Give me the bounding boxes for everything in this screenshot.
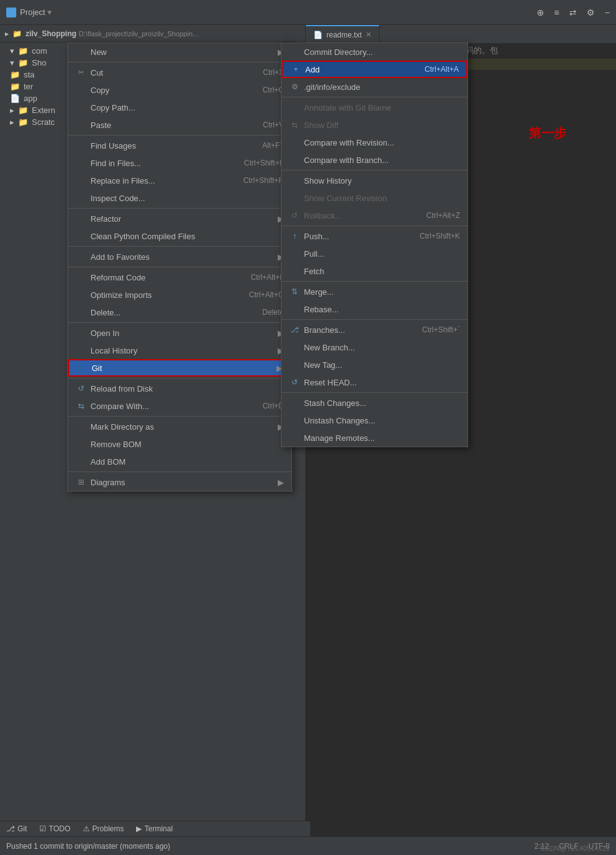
menu-delete-label: Delete... [90,308,262,317]
menu-replace-label: Replace in Files... [90,176,243,185]
title-dropdown[interactable]: ▾ [47,7,52,17]
todo-tab-icon: ☑ [39,824,46,833]
context-menu: New ▶ ✂ Cut Ctrl+X Copy Ctrl+C Copy Path… [67,42,292,492]
menu-remove-bom[interactable]: Remove BOM [68,435,291,453]
git-rebase[interactable]: Rebase... [281,300,467,318]
nav-icon-1[interactable]: ⊕ [537,7,544,17]
menu-favorites-label: Add to Favorites [90,252,274,262]
menu-mark-dir[interactable]: Mark Directory as ▶ [68,418,291,435]
git-annotate-label: Annotate with Git Blame [304,103,460,112]
git-sep-5 [281,319,467,320]
git-show-history[interactable]: Show History [281,172,467,189]
menu-find-in-files[interactable]: Find in Files... Ctrl+Shift+F [68,154,291,172]
menu-delete[interactable]: Delete... Delete [68,304,291,321]
git-sep-3 [281,225,467,226]
tab-icon: 📄 [313,31,323,39]
git-pull-label: Pull... [304,249,460,259]
git-branches[interactable]: ⎇ Branches... Ctrl+Shift+` [281,321,467,339]
git-compare-branch-label: Compare with Branch... [304,156,460,165]
menu-add-favorites[interactable]: Add to Favorites ▶ [68,248,291,265]
sep-3 [68,208,291,209]
nav-icon-2[interactable]: ≡ [554,7,559,17]
git-show-current-rev: Show Current Revision [281,189,467,207]
menu-refactor[interactable]: Refactor ▶ [68,210,291,227]
git-add[interactable]: + Add Ctrl+Alt+A [281,61,467,78]
git-pull[interactable]: Pull... [281,245,467,262]
menu-replace-in-files[interactable]: Replace in Files... Ctrl+Shift+R [68,172,291,189]
bottom-toolbar: ⎇ Git ☑ TODO ⚠ Problems ▶ Terminal [0,821,310,836]
git-sep-2 [281,170,467,171]
git-exclude[interactable]: ⚙ .git/info/exclude [281,78,467,96]
menu-local-history[interactable]: Local History ▶ [68,342,291,359]
git-stash[interactable]: Stash Changes... [281,394,467,412]
git-compare-branch[interactable]: Compare with Branch... [281,151,467,169]
sep-1 [68,62,291,62]
sep-6 [68,322,291,323]
cut-icon: ✂ [76,68,87,77]
menu-mark-dir-label: Mark Directory as [90,422,274,432]
bottom-tab-terminal[interactable]: ▶ Terminal [136,824,172,833]
git-fetch[interactable]: Fetch [281,262,467,280]
git-submenu: Commit Directory... + Add Ctrl+Alt+A ⚙ .… [281,42,468,447]
menu-find-usages[interactable]: Find Usages Alt+F7 [68,137,291,154]
menu-new[interactable]: New ▶ [68,43,291,61]
minimize-icon[interactable]: − [605,7,610,17]
diagrams-arrow: ▶ [278,478,284,487]
nav-icon-3[interactable]: ⇄ [569,7,577,17]
git-compare-revision[interactable]: Compare with Revision... [281,134,467,151]
git-new-tag[interactable]: New Tag... [281,356,467,373]
bottom-tab-todo[interactable]: ☑ TODO [39,824,70,833]
tab-readme[interactable]: 📄 readme.txt ✕ [306,25,379,44]
menu-local-history-label: Local History [90,346,274,355]
menu-clean-python[interactable]: Clean Python Compiled Files [68,227,291,245]
menu-git[interactable]: Git ▶ [68,359,291,377]
sep-9 [68,472,291,472]
bottom-tab-problems[interactable]: ⚠ Problems [83,824,124,833]
git-unstash[interactable]: Unstash Changes... [281,412,467,429]
menu-diagrams-label: Diagrams [90,478,274,487]
git-manage-remotes[interactable]: Manage Remotes... [281,429,467,447]
git-annotate: Annotate with Git Blame [281,99,467,116]
menu-inspect-code[interactable]: Inspect Code... [68,189,291,207]
git-merge-label: Merge... [304,287,460,297]
replace-shortcut: Ctrl+Shift+R [243,176,284,185]
git-add-label: Add [305,65,424,74]
menu-copy[interactable]: Copy Ctrl+C [68,81,291,99]
menu-copy-path[interactable]: Copy Path... [68,99,291,116]
settings-icon[interactable]: ⚙ [587,7,595,17]
tab-close-icon[interactable]: ✕ [366,31,371,39]
tab-label: readme.txt [326,31,362,39]
menu-compare-with[interactable]: ⇆ Compare With... Ctrl+D [68,397,291,415]
sep-5 [68,267,291,267]
git-push[interactable]: ↑ Push... Ctrl+Shift+K [281,227,467,245]
menu-reformat-label: Reformat Code [90,273,251,282]
git-compare-rev-label: Compare with Revision... [304,138,460,147]
menu-inspect-label: Inspect Code... [90,194,284,203]
todo-tab-label: TODO [49,824,70,833]
menu-diagrams[interactable]: ⊞ Diagrams ▶ [68,473,291,491]
bottom-tab-git[interactable]: ⎇ Git [6,824,27,833]
rollback-icon: ↺ [289,211,300,220]
git-commit-dir[interactable]: Commit Directory... [281,43,467,61]
menu-compare-label: Compare With... [90,402,263,411]
git-new-branch[interactable]: New Branch... [281,339,467,356]
menu-remove-bom-label: Remove BOM [90,440,284,449]
menu-add-bom[interactable]: Add BOM [68,453,291,470]
git-new-tag-label: New Tag... [304,360,460,370]
menu-optimize-imports[interactable]: Optimize Imports Ctrl+Alt+O [68,286,291,304]
menu-reload-label: Reload from Disk [90,384,284,393]
menu-reformat[interactable]: Reformat Code Ctrl+Alt+L [68,269,291,286]
git-reset-head[interactable]: ↺ Reset HEAD... [281,373,467,391]
menu-reload-disk[interactable]: ↺ Reload from Disk [68,380,291,397]
git-merge[interactable]: ⇅ Merge... [281,283,467,300]
git-reset-head-label: Reset HEAD... [304,378,460,387]
git-show-current-rev-label: Show Current Revision [304,194,460,203]
menu-open-in[interactable]: Open In ▶ [68,324,291,342]
menu-clean-label: Clean Python Compiled Files [90,232,284,241]
menu-cut[interactable]: ✂ Cut Ctrl+X [68,64,291,81]
menu-copy-path-label: Copy Path... [90,103,284,112]
project-path: D:\flask_project\zilv_pro\zilv_Shoppin..… [79,30,198,37]
git-rollback-label: Rollback... [304,211,426,220]
git-manage-remotes-label: Manage Remotes... [304,433,460,443]
menu-paste[interactable]: Paste Ctrl+V [68,116,291,134]
